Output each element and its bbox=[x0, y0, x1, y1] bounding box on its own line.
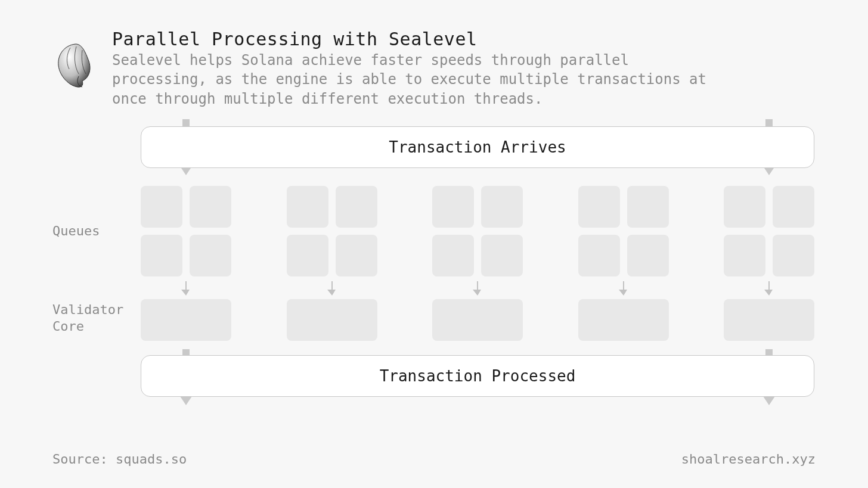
validator-core-box bbox=[287, 299, 377, 341]
validator-core-box bbox=[141, 299, 231, 341]
arrow-down-small-icon bbox=[472, 281, 483, 296]
footer: Source: squads.so shoalresearch.xyz bbox=[52, 452, 816, 467]
validator-core-label: Validator Core bbox=[52, 301, 123, 334]
queue-slot bbox=[287, 235, 328, 276]
queue-slot bbox=[336, 186, 377, 228]
queue-slot bbox=[627, 186, 669, 228]
arrow-down-small-icon bbox=[181, 281, 191, 296]
queue-grid bbox=[287, 186, 377, 276]
arrow-down-small-icon bbox=[618, 281, 629, 296]
queue-slot bbox=[724, 235, 765, 276]
queue-slot bbox=[627, 235, 669, 276]
queue-grid bbox=[141, 186, 231, 276]
queue-grid bbox=[724, 186, 814, 276]
transaction-arrives-banner: Transaction Arrives bbox=[141, 126, 814, 168]
queue-grid bbox=[578, 186, 669, 276]
header-text: Parallel Processing with Sealevel Sealev… bbox=[112, 29, 708, 108]
queue-slot bbox=[432, 186, 474, 228]
queue-slot bbox=[773, 186, 814, 228]
queue-slot bbox=[773, 235, 814, 276]
validator-core-box bbox=[432, 299, 523, 341]
queue-grid bbox=[432, 186, 523, 276]
lanes bbox=[141, 186, 814, 341]
queue-slot bbox=[724, 186, 765, 228]
queue-slot bbox=[578, 186, 620, 228]
queue-slot bbox=[141, 186, 182, 228]
transaction-processed-banner: Transaction Processed bbox=[141, 355, 814, 397]
queue-slot bbox=[432, 235, 474, 276]
brand-text: shoalresearch.xyz bbox=[681, 452, 816, 467]
shell-icon bbox=[52, 42, 95, 89]
queue-slot bbox=[141, 235, 182, 276]
lane bbox=[287, 186, 377, 341]
queue-slot bbox=[190, 235, 231, 276]
queues-label: Queues bbox=[52, 223, 100, 240]
source-text: Source: squads.so bbox=[52, 452, 187, 467]
validator-core-box bbox=[578, 299, 669, 341]
header: Parallel Processing with Sealevel Sealev… bbox=[52, 29, 708, 108]
arrow-down-small-icon bbox=[327, 281, 337, 296]
lane bbox=[432, 186, 523, 341]
queue-slot bbox=[287, 186, 328, 228]
lane bbox=[141, 186, 231, 341]
queue-slot bbox=[336, 235, 377, 276]
queue-slot bbox=[190, 186, 231, 228]
queue-slot bbox=[481, 186, 523, 228]
arrow-down-small-icon bbox=[764, 281, 774, 296]
validator-core-box bbox=[724, 299, 814, 341]
page-title: Parallel Processing with Sealevel bbox=[112, 29, 708, 49]
page-subtitle: Sealevel helps Solana achieve faster spe… bbox=[112, 51, 708, 108]
lane bbox=[724, 186, 814, 341]
lane bbox=[578, 186, 669, 341]
queue-slot bbox=[578, 235, 620, 276]
queue-slot bbox=[481, 235, 523, 276]
